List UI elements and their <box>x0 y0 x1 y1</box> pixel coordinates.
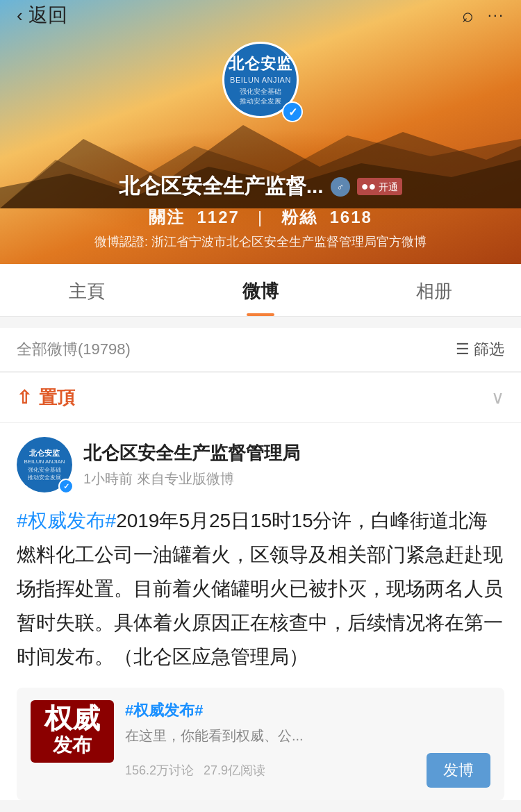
post-hashtag[interactable]: #权威发布# <box>17 510 116 531</box>
quoted-card[interactable]: 权威 发布 #权威发布# 在这里，你能看到权威、公... 156.2万讨论 27… <box>17 688 504 800</box>
tabs: 主頁 微博 相册 <box>0 264 521 317</box>
avatar-name-cn: 北仑安监 <box>229 53 292 74</box>
list-header: 全部微博(19798) ☰ 篩选 <box>0 328 521 372</box>
filter-button[interactable]: ☰ 篩选 <box>456 339 504 360</box>
tab-home[interactable]: 主頁 <box>0 264 174 316</box>
post-content: #权威发布#2019年5月25日15时15分许，白峰街道北海燃料化工公司一油罐着… <box>17 504 504 674</box>
avatar-wrap: 北仑安监 BEILUN ANJIAN 强化安全基础 推动安全发展 ✓ <box>222 42 299 118</box>
pinned-header[interactable]: ⇧ 置頂 ∨ <box>0 373 521 423</box>
avatar-name-en: BEILUN ANJIAN <box>230 76 291 84</box>
back-chevron-icon: ‹ <box>17 5 23 26</box>
quoted-read: 27.9亿阅读 <box>204 763 265 777</box>
quoted-discuss: 156.2万讨论 <box>125 763 194 777</box>
status-bar: ‹ 返回 ⌕ ··· <box>0 0 521 31</box>
quoted-thumbnail: 权威 发布 <box>31 700 114 763</box>
tab-weibo[interactable]: 微博 <box>174 264 347 316</box>
weibo-count: 全部微博(19798) <box>17 339 131 360</box>
quoted-stats: 156.2万讨论 27.9亿阅读 <box>125 762 265 779</box>
quoted-footer: 156.2万讨论 27.9亿阅读 发博 <box>125 753 490 788</box>
quoted-title[interactable]: #权威发布# <box>125 700 490 721</box>
post-text: 2019年5月25日15时15分许，白峰街道北海燃料化工公司一油罐着火，区领导及… <box>17 510 503 668</box>
filter-icon: ☰ <box>456 340 470 358</box>
profile-info: 北仑区安全生产监督... ♂ ●● 开通 關注 1127 | 粉絲 1618 微… <box>0 172 521 264</box>
pinned-label-text: 置頂 <box>39 386 75 410</box>
more-icon[interactable]: ··· <box>488 6 504 24</box>
chevron-down-icon: ∨ <box>491 387 504 408</box>
post-author-row: 北仑安监 BEILUN ANJIAN 强化安全基础 推动安全发展 ✓ 北仑区安全… <box>17 437 504 492</box>
post-card: 北仑安监 BEILUN ANJIAN 强化安全基础 推动安全发展 ✓ 北仑区安全… <box>0 423 521 800</box>
search-icon[interactable]: ⌕ <box>462 4 474 26</box>
pinned-section: ⇧ 置頂 ∨ 北仑安监 BEILUN ANJIAN 强化安全基础 推动安全发展 … <box>0 373 521 800</box>
post-author-info: 北仑区安全生产监督管理局 1小時前 來自专业版微博 <box>83 441 504 488</box>
profile-header: ‹ 返回 ⌕ ··· 北仑安监 BEILUN ANJIAN 强化安全基础 推动安… <box>0 0 521 264</box>
profile-stats: 關注 1127 | 粉絲 1618 <box>14 206 507 229</box>
avatar-slogan: 强化安全基础 推动安全发展 <box>240 87 281 106</box>
verified-badge: ✓ <box>282 101 303 122</box>
post-author-name[interactable]: 北仑区安全生产监督管理局 <box>83 441 504 465</box>
profile-name: 北仑区安全生产监督... <box>119 172 324 201</box>
tab-album[interactable]: 相册 <box>347 264 521 316</box>
post-button[interactable]: 发博 <box>427 753 490 788</box>
pinned-icon: ⇧ <box>17 387 32 408</box>
back-button[interactable]: ‹ 返回 <box>17 2 67 28</box>
back-label: 返回 <box>28 2 67 28</box>
quoted-desc: 在这里，你能看到权威、公... <box>125 725 490 746</box>
post-meta: 1小時前 來自专业版微博 <box>83 470 504 488</box>
post-verified-badge: ✓ <box>58 479 74 494</box>
profile-gender-icon: ♂ <box>331 177 350 197</box>
filter-label: 篩选 <box>474 339 504 360</box>
profile-bio: 微博認證: 浙江省宁波市北仑区安全生产监督管理局官方微博 <box>14 233 507 251</box>
quoted-content: #权威发布# 在这里，你能看到权威、公... 156.2万讨论 27.9亿阅读 … <box>125 700 490 788</box>
profile-vip-badge[interactable]: ●● 开通 <box>357 178 403 195</box>
